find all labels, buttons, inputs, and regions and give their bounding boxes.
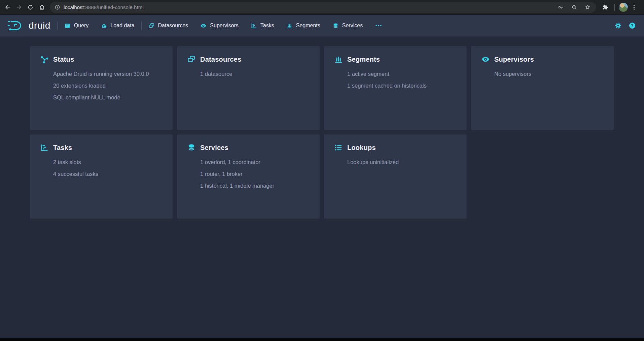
url-text: localhost:8888/unified-console.html [64,4,553,10]
navbar-divider [141,21,142,30]
bar-chart-icon [334,55,343,64]
key-icon [558,4,564,10]
stacked-cubes-icon [187,55,196,64]
tasks-card-title: Tasks [53,144,72,152]
segments-line: 1 segment cached on historicals [347,82,457,89]
navbar-divider [57,21,58,30]
services-card[interactable]: Services 1 overlord, 1 coordinator 1 rou… [177,134,320,219]
home-button[interactable] [36,2,47,13]
datasources-card-title: Datasources [200,56,241,63]
supervisors-card[interactable]: Supervisors No supervisors [471,46,614,130]
nav-label: Tasks [260,23,274,29]
tasks-line: 2 task slots [53,158,163,166]
nav-label: Segments [296,23,320,29]
nav-item-load-data[interactable]: Load data [101,23,134,29]
datasources-line: 1 datasource [200,70,310,78]
nav-label: Datasources [158,23,188,29]
eye-icon [481,55,490,64]
lookups-card-title: Lookups [347,144,376,152]
database-icon [187,143,196,152]
password-manager-button[interactable] [557,3,565,11]
services-line: 1 overlord, 1 coordinator [200,158,310,166]
profile-avatar[interactable] [619,3,628,12]
nav-more-button[interactable] [375,22,382,29]
status-line: Apache Druid is running version 30.0.0 [53,70,163,78]
bookmark-button[interactable] [583,3,592,11]
nav-item-datasources[interactable]: Datasources [148,23,188,29]
zoom-button[interactable] [570,3,578,11]
nav-label: Supervisors [210,23,238,29]
settings-gear-icon[interactable] [614,22,622,29]
nav-item-supervisors[interactable]: Supervisors [200,23,238,29]
nav-label: Load data [110,23,134,29]
segments-line: 1 active segment [347,70,457,78]
nav-item-services[interactable]: Services [332,23,363,29]
druid-navbar: druid Query Load data Datasources Superv… [0,15,644,36]
gantt-chart-icon [251,23,257,29]
toolbar-divider [614,4,615,11]
star-icon [585,4,591,10]
window-bottom-edge [0,338,644,341]
status-card-title: Status [53,56,74,63]
forward-button[interactable] [13,2,24,13]
nav-label: Services [342,23,363,29]
extensions-button[interactable] [600,2,610,13]
datasources-card[interactable]: Datasources 1 datasource [177,46,320,130]
status-line: SQL compliant NULL mode [53,94,163,101]
reload-icon [27,4,34,10]
ellipsis-icon [375,22,382,29]
application-icon [64,23,71,29]
nav-label: Query [74,23,89,29]
help-icon[interactable] [629,22,636,29]
nav-item-query[interactable]: Query [64,23,89,29]
lookups-line: Lookups uninitialized [347,158,457,166]
bar-chart-icon [286,23,293,29]
nav-item-segments[interactable]: Segments [286,23,320,29]
reload-button[interactable] [25,2,36,13]
supervisors-line: No supervisors [494,70,604,78]
database-icon [332,23,339,29]
url-path: :8888/unified-console.html [84,4,144,10]
browser-toolbar: localhost:8888/unified-console.html [0,0,644,15]
druid-logo[interactable]: druid [7,19,50,32]
tasks-card[interactable]: Tasks 2 task slots 4 successful tasks [30,134,173,219]
gantt-chart-icon [40,143,49,152]
services-line: 1 router, 1 broker [200,170,310,178]
site-info-icon[interactable] [55,4,60,10]
druid-logo-icon [7,19,24,32]
services-card-title: Services [200,144,228,152]
back-icon [4,4,11,10]
druid-logo-text: druid [29,20,50,31]
puzzle-icon [602,4,608,10]
nav-item-tasks[interactable]: Tasks [251,23,274,29]
kebab-menu-icon [631,4,637,10]
forward-icon [16,4,22,10]
address-bar[interactable]: localhost:8888/unified-console.html [50,2,596,13]
services-line: 1 historical, 1 middle manager [200,182,310,189]
home-view: Status Apache Druid is running version 3… [0,36,644,338]
home-icon [39,4,45,10]
lookups-card[interactable]: Lookups Lookups uninitialized [324,134,467,219]
status-card[interactable]: Status Apache Druid is running version 3… [30,46,173,130]
stacked-cubes-icon [148,23,155,29]
eye-icon [200,23,207,29]
segments-card[interactable]: Segments 1 active segment 1 segment cach… [324,46,467,130]
url-host: localhost [64,4,84,10]
supervisors-card-title: Supervisors [494,56,534,63]
zoom-in-icon [571,4,577,10]
back-button[interactable] [2,2,13,13]
graph-icon [40,55,49,64]
status-line: 20 extensions loaded [53,82,163,89]
browser-menu-button[interactable] [629,2,639,13]
properties-list-icon [334,143,343,152]
segments-card-title: Segments [347,56,380,63]
cloud-upload-icon [101,23,107,29]
tasks-line: 4 successful tasks [53,170,163,178]
